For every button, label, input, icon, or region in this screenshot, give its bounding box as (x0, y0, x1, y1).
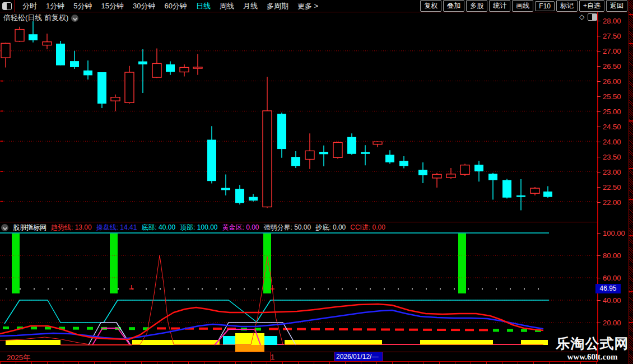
bottom-tick (486, 362, 487, 364)
period-tab[interactable]: 30分钟 (128, 1, 160, 11)
toolbar-button[interactable]: 叠加 (443, 0, 464, 12)
bottom-tick (580, 362, 581, 364)
bottom-tick (94, 362, 95, 364)
bottom-tick (361, 362, 361, 364)
axis-tick-mark (597, 202, 601, 203)
axis-tick-mark (597, 255, 601, 256)
axis-tick-mark (597, 172, 601, 172)
strip-divider (629, 168, 633, 169)
axis-tick-label: 23.50 (603, 153, 629, 161)
trading-app-window: 分时1分钟5分钟15分钟30分钟60分钟日线周线月线多周期更多 > 复权叠加多股… (0, 0, 633, 364)
bottom-tick (282, 362, 283, 364)
axis-tick-mark (597, 157, 601, 157)
candlestick-chart (0, 12, 597, 222)
axis-tick-label: 28.00 (603, 17, 629, 25)
indicator-param: 抄底: 0.00 (315, 223, 346, 232)
strip-divider (629, 43, 633, 44)
axis-tick-mark (597, 142, 601, 142)
bottom-tick (0, 362, 1, 364)
strip-divider (629, 322, 633, 323)
axis-tick-label: 22.50 (603, 183, 629, 192)
bottom-tick (16, 362, 16, 364)
bottom-tick (251, 362, 252, 364)
bottom-tick (157, 362, 157, 364)
axis-tick-label: 20.00 (603, 319, 629, 327)
bottom-tick (565, 362, 565, 364)
toolbar-button[interactable]: 统计 (489, 0, 510, 12)
bottom-tick (376, 362, 377, 364)
axis-tick-mark (597, 233, 601, 234)
month-label: 1 (271, 353, 274, 361)
axis-tick-label: 24.00 (603, 138, 629, 146)
watermark-site-name: 乐淘公式网 (552, 334, 633, 352)
indicator-param: 顶部: 100.00 (180, 223, 217, 232)
toolbar-button[interactable]: 复权 (420, 0, 441, 12)
strip-divider (629, 199, 633, 200)
bottom-tick (518, 362, 518, 364)
period-tab[interactable]: 月线 (239, 1, 262, 11)
bottom-tick (314, 362, 314, 364)
axis-tick-mark (597, 300, 601, 301)
bottom-tick (392, 362, 393, 364)
axis-tick-label: 80.00 (603, 251, 629, 260)
bottom-tick (220, 362, 220, 364)
strip-divider (629, 14, 633, 15)
bottom-tick (31, 362, 32, 364)
period-tab[interactable]: 分时 (18, 1, 41, 11)
period-tab[interactable]: 15分钟 (96, 1, 128, 11)
indicator-value-badge: 46.95 (595, 284, 621, 293)
toolbar-divider (14, 0, 15, 12)
date-axis-divider (383, 352, 383, 361)
period-tab[interactable]: 周线 (215, 1, 239, 11)
bottom-tick (423, 362, 424, 364)
axis-tick-label: 25.50 (603, 92, 629, 101)
right-edge-strip (629, 0, 633, 364)
axis-tick-label: 40.00 (603, 296, 629, 305)
bottom-tick (549, 362, 550, 364)
cursor-date-badge: 2026/01/12/— (334, 352, 383, 361)
toolbar-button[interactable]: 标记 (556, 0, 578, 12)
watermark-url: www.60lt.com (552, 352, 633, 361)
period-tab[interactable]: 多周期 (262, 1, 293, 11)
bottom-tick (298, 362, 299, 364)
axis-tick-label: 26.00 (603, 77, 629, 86)
watermark: 乐淘公式网 www.60lt.com (552, 334, 633, 361)
strip-divider (629, 291, 633, 292)
indicator-param: 趋势线: 13.00 (51, 223, 92, 232)
indicator-chevron-icon[interactable] (1, 224, 8, 231)
bottom-tick (502, 362, 502, 364)
panel-toggle-icon[interactable] (2, 2, 12, 10)
toolbar-button[interactable]: 画线 (512, 0, 533, 12)
axis-tick-mark (597, 51, 601, 52)
bottom-tick (78, 362, 79, 364)
date-axis-border-top (0, 352, 598, 352)
toolbar-button[interactable]: 返回 (606, 0, 627, 12)
bottom-tick (235, 362, 236, 364)
axis-tick-label: 22.00 (603, 198, 629, 207)
year-label: 2025年 (7, 353, 30, 363)
indicator-name: 股朋指标网 (13, 223, 46, 232)
axis-tick-mark (597, 36, 601, 36)
axis-tick-mark (597, 96, 601, 97)
axis-tick-mark (597, 81, 601, 82)
indicator-param: 底部: 40.00 (141, 223, 175, 232)
axis-tick-label: 26.50 (603, 62, 629, 71)
period-tab[interactable]: 1分钟 (41, 1, 69, 11)
bottom-tick (173, 362, 173, 364)
strip-divider (629, 120, 633, 122)
indicator-header: 股朋指标网 趋势线: 13.00操盘线: 14.41底部: 40.00顶部: 1… (1, 223, 390, 232)
axis-tick-label: 60.00 (603, 274, 629, 282)
bottom-tick (408, 362, 408, 364)
toolbar-button[interactable]: F10 (535, 1, 555, 11)
period-tab[interactable]: 日线 (192, 1, 215, 11)
bottom-tick (141, 362, 142, 364)
period-tab[interactable]: 60分钟 (160, 1, 191, 11)
bottom-tick (47, 362, 48, 364)
indicator-chart (0, 232, 597, 352)
period-tab[interactable]: 更多 > (293, 1, 323, 11)
toolbar-button[interactable]: 多股 (466, 0, 487, 12)
indicator-param: 强弱分界: 50.00 (264, 223, 311, 232)
period-toolbar: 分时1分钟5分钟15分钟30分钟60分钟日线周线月线多周期更多 > 复权叠加多股… (0, 0, 633, 12)
toolbar-button[interactable]: +自选 (579, 0, 604, 12)
period-tab[interactable]: 5分钟 (69, 1, 96, 11)
